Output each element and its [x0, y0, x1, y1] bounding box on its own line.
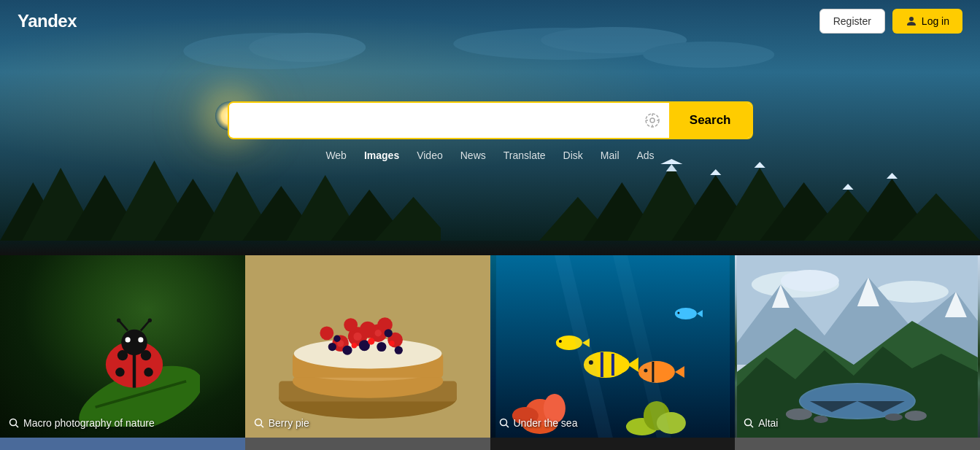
ladybug-image — [0, 255, 245, 438]
gallery-bottom-strip — [0, 438, 980, 450]
svg-line-130 — [751, 425, 754, 428]
ladybug-label: Macro photography of nature — [9, 417, 155, 429]
nav-links: Web Images Video News Translate Disk Mai… — [325, 150, 654, 161]
bottom-strip-1 — [0, 438, 245, 450]
search-container: Search Web Images Video News Translate D… — [228, 101, 753, 161]
logo: Yandex — [18, 11, 77, 31]
altai-label: Altai — [744, 417, 778, 429]
svg-point-45 — [126, 337, 131, 342]
altai-image — [735, 255, 980, 438]
svg-point-31 — [650, 118, 655, 123]
svg-point-125 — [786, 408, 812, 420]
svg-point-66 — [344, 318, 358, 332]
search-icon-altai — [744, 418, 754, 428]
bottom-strip-2 — [245, 438, 490, 450]
altai-illustration — [735, 255, 980, 438]
svg-point-109 — [500, 419, 506, 426]
nav-disk[interactable]: Disk — [563, 150, 583, 161]
gallery-item-ladybug[interactable]: Macro photography of nature — [0, 255, 245, 438]
svg-point-68 — [353, 332, 361, 340]
berry-pie-label: Berry pie — [254, 417, 309, 429]
svg-marker-16 — [710, 169, 721, 175]
svg-marker-21 — [842, 184, 853, 190]
bottom-strip-3 — [490, 438, 736, 450]
camera-search-button[interactable] — [636, 106, 669, 134]
sea-label: Under the sea — [499, 417, 578, 429]
svg-point-49 — [117, 319, 120, 322]
svg-point-76 — [333, 335, 340, 341]
svg-point-63 — [320, 326, 333, 340]
bottom-strip-4 — [735, 438, 980, 450]
svg-marker-18 — [754, 162, 765, 168]
search-input[interactable] — [229, 104, 636, 137]
svg-point-46 — [138, 337, 143, 342]
svg-point-50 — [148, 319, 152, 322]
trees-right — [539, 153, 980, 241]
gallery-item-sea[interactable]: Under the sea — [490, 255, 736, 438]
gallery-item-altai[interactable]: Altai — [735, 255, 980, 438]
login-button[interactable]: Log in — [892, 9, 962, 34]
svg-marker-23 — [887, 173, 898, 179]
gallery: Macro photography of nature — [0, 255, 980, 438]
search-icon-berry-pie — [254, 418, 264, 428]
search-icon-sea — [499, 418, 509, 428]
svg-point-77 — [368, 338, 374, 344]
svg-point-51 — [10, 419, 17, 426]
svg-line-52 — [16, 425, 19, 428]
berry-pie-image — [245, 255, 490, 438]
camera-icon — [644, 112, 660, 128]
header-buttons: Register Log in — [819, 9, 962, 34]
svg-point-106 — [677, 312, 679, 314]
svg-point-44 — [121, 330, 147, 356]
svg-point-129 — [745, 419, 752, 426]
svg-point-64 — [359, 321, 376, 338]
register-button[interactable]: Register — [819, 9, 885, 34]
svg-point-73 — [394, 346, 402, 354]
svg-line-110 — [506, 425, 509, 428]
svg-point-74 — [328, 342, 336, 350]
svg-point-69 — [374, 330, 381, 336]
svg-marker-14 — [665, 164, 676, 171]
sea-image — [490, 255, 736, 438]
svg-point-114 — [781, 270, 839, 292]
hero-bottom-bar — [0, 241, 980, 255]
svg-point-103 — [558, 340, 561, 343]
search-icon-ladybug — [9, 418, 19, 428]
svg-line-48 — [141, 320, 150, 330]
svg-point-75 — [384, 329, 392, 337]
nav-translate[interactable]: Translate — [503, 150, 546, 161]
sea-illustration — [490, 255, 736, 438]
berry-pie-illustration — [258, 265, 478, 429]
nav-mail[interactable]: Mail — [601, 150, 620, 161]
svg-point-72 — [377, 341, 386, 351]
svg-point-43 — [144, 368, 153, 376]
search-button[interactable]: Search — [669, 103, 752, 138]
svg-point-128 — [885, 414, 903, 421]
nav-web[interactable]: Web — [325, 150, 347, 161]
gallery-item-berry-pie[interactable]: Berry pie — [245, 255, 490, 438]
svg-line-81 — [261, 425, 263, 428]
nav-news[interactable]: News — [460, 150, 486, 161]
svg-point-79 — [389, 341, 395, 346]
trees-left — [0, 153, 441, 241]
svg-point-126 — [905, 411, 927, 421]
ladybug-illustration — [69, 310, 200, 427]
nav-video[interactable]: Video — [417, 150, 443, 161]
svg-point-80 — [255, 419, 261, 426]
user-icon — [906, 15, 917, 27]
svg-point-78 — [351, 342, 357, 348]
svg-point-127 — [814, 416, 828, 423]
svg-point-42 — [115, 368, 124, 376]
search-box: Search — [228, 101, 753, 139]
header: Yandex Register Log in — [0, 0, 980, 42]
svg-point-70 — [342, 345, 352, 354]
nav-ads[interactable]: Ads — [637, 150, 655, 161]
nav-images[interactable]: Images — [364, 150, 399, 161]
svg-line-47 — [119, 320, 128, 330]
